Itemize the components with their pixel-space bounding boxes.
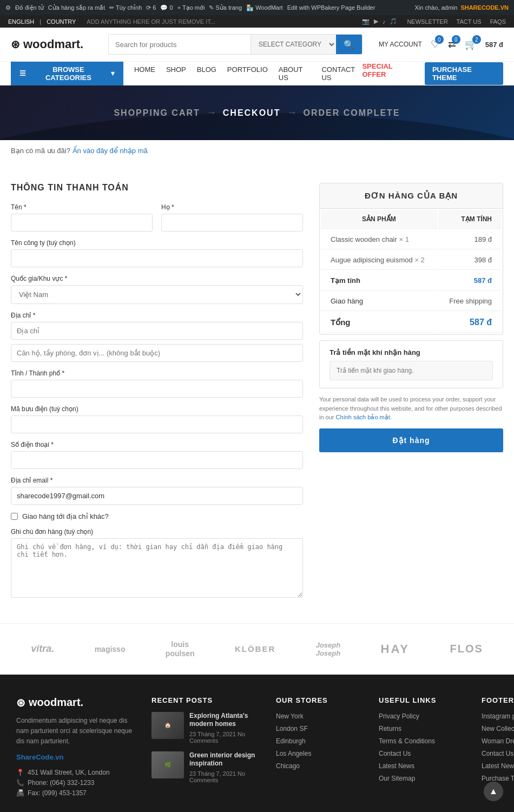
admin-customize[interactable]: ✏ Tùy chỉnh bbox=[109, 4, 142, 11]
purchase-theme-link[interactable]: PURCHASE THEME bbox=[425, 62, 503, 85]
admin-comments[interactable]: 💬 0 bbox=[160, 4, 173, 11]
menu-news[interactable]: Latest News bbox=[482, 762, 514, 770]
coupon-link[interactable]: Ấn vào đây để nhập mã bbox=[73, 147, 148, 155]
nav-contact[interactable]: CONTACT US bbox=[321, 59, 362, 88]
postcode-label: Mã bưu điện (tuỳ chọn) bbox=[11, 405, 303, 413]
search-button[interactable]: 🔍 bbox=[336, 35, 362, 54]
store-london[interactable]: London SF bbox=[276, 725, 308, 732]
ship-different-label[interactable]: Giao hàng tới địa chỉ khác? bbox=[22, 512, 109, 520]
country-selector[interactable]: COUNTRY bbox=[47, 18, 76, 25]
order-notes-label: Ghi chú đơn hàng (tuỳ chọn) bbox=[11, 528, 303, 536]
item1-name: Classic wooden chair × 1 bbox=[321, 230, 437, 249]
arrow-2: → bbox=[287, 107, 296, 118]
address-text: 451 Wall Street, UK, London bbox=[28, 769, 110, 776]
nav-about[interactable]: ABOUT US bbox=[279, 59, 311, 88]
first-name-input[interactable] bbox=[11, 214, 153, 232]
billing-title: THÔNG TIN THANH TOÁN bbox=[11, 183, 303, 193]
search-input[interactable] bbox=[109, 35, 251, 54]
list-item: Contact Us bbox=[379, 749, 465, 757]
compare-count: 0 bbox=[452, 35, 460, 44]
list-item: Latest News bbox=[379, 762, 465, 770]
tiktok-icon[interactable]: ♪ bbox=[383, 18, 386, 25]
youtube-icon[interactable]: ▶ bbox=[374, 18, 378, 25]
admin-edit[interactable]: ✎ Sửa trang bbox=[209, 4, 242, 11]
wishlist-count: 0 bbox=[435, 35, 444, 44]
total-row: Tổng 587 đ bbox=[321, 312, 502, 333]
language-selector[interactable]: ENGLISH bbox=[8, 18, 34, 25]
phone-group: Số điện thoại * bbox=[11, 441, 303, 469]
menu-contact[interactable]: Contact Us bbox=[482, 750, 513, 757]
logo[interactable]: ⊛ woodmart. bbox=[11, 37, 97, 51]
brand-louis: louispoulsen bbox=[166, 640, 195, 658]
menu-instagram[interactable]: Instagram profile bbox=[482, 712, 514, 720]
cart-total: 587 đ bbox=[485, 41, 503, 49]
contact-top-link[interactable]: TACT US bbox=[457, 18, 482, 25]
separator: | bbox=[39, 18, 41, 25]
nav-blog[interactable]: BLOG bbox=[197, 59, 216, 88]
nav-portfolio[interactable]: PORTFOLIO bbox=[227, 59, 268, 88]
post-title-2[interactable]: Green interior design inspiration bbox=[189, 751, 260, 768]
logo-icon: ⊛ bbox=[11, 38, 20, 51]
useful-returns[interactable]: Returns bbox=[379, 725, 401, 732]
list-item: Chicago bbox=[276, 762, 363, 770]
admin-updates[interactable]: ⟳ 6 bbox=[146, 4, 156, 11]
useful-sitemap[interactable]: Our Sitemap bbox=[379, 775, 415, 782]
compare-button[interactable]: ⇄ 0 bbox=[448, 38, 456, 50]
city-input[interactable] bbox=[11, 380, 303, 398]
address2-input[interactable] bbox=[11, 344, 303, 362]
address-input[interactable] bbox=[11, 322, 303, 340]
useful-terms[interactable]: Terms & Conditions bbox=[379, 737, 435, 745]
store-losangeles[interactable]: Los Angeles bbox=[276, 750, 311, 757]
country-select[interactable]: Việt Nam bbox=[11, 285, 303, 304]
browse-categories-button[interactable]: ☰ BROWSE CATEGORIES ▾ bbox=[11, 62, 123, 85]
post-title-1[interactable]: Exploring Atlanta's modern homes bbox=[189, 712, 260, 729]
useful-contact[interactable]: Contact Us bbox=[379, 750, 411, 757]
menu-purchase[interactable]: Purchase Theme bbox=[482, 775, 514, 782]
admin-bar: ⚙ Đồ điện tử Cửa hàng sắp ra mắt ✏ Tùy c… bbox=[0, 0, 514, 15]
my-account-link[interactable]: MY ACCOUNT bbox=[379, 41, 422, 48]
order-notes-textarea[interactable] bbox=[11, 538, 303, 598]
phone-input[interactable] bbox=[11, 451, 303, 469]
privacy-link[interactable]: Chính sách bảo mật. bbox=[336, 414, 392, 420]
useful-privacy[interactable]: Privacy Policy bbox=[379, 712, 419, 720]
menu-dress[interactable]: Woman Dress bbox=[482, 737, 514, 745]
social-icon-4[interactable]: 🎵 bbox=[390, 18, 397, 25]
list-item: Returns bbox=[379, 724, 465, 732]
post-thumb-icon: 🏠 bbox=[164, 722, 171, 728]
admin-wpbakery[interactable]: Edit with WPBakery Page Builder bbox=[287, 4, 375, 11]
email-label: Địa chỉ email * bbox=[11, 477, 303, 484]
company-input[interactable] bbox=[11, 249, 303, 267]
email-input[interactable] bbox=[11, 487, 303, 505]
nav-shop[interactable]: SHOP bbox=[166, 59, 186, 88]
postcode-input[interactable] bbox=[11, 415, 303, 433]
store-newyork[interactable]: New York bbox=[276, 712, 304, 720]
phone-icon: 📞 bbox=[16, 779, 24, 787]
fax-icon: 📠 bbox=[16, 789, 24, 797]
nav-home[interactable]: HOME bbox=[134, 59, 155, 88]
cart-button[interactable]: 🛒 2 bbox=[465, 38, 477, 50]
faqs-link[interactable]: FAQS bbox=[490, 18, 506, 25]
order-summary: ĐƠN HÀNG CỦA BẠN SẢN PHẨM TẠM TÍNH Class… bbox=[319, 183, 503, 607]
admin-new[interactable]: + Tạo mới bbox=[177, 4, 205, 11]
main-content: THÔNG TIN THANH TOÁN Tên * Họ * Tên công… bbox=[0, 167, 514, 623]
store-chicago[interactable]: Chicago bbox=[276, 762, 300, 770]
category-select[interactable]: SELECT CATEGORY bbox=[251, 35, 336, 54]
scroll-top-button[interactable]: ▲ bbox=[484, 782, 503, 801]
wishlist-button[interactable]: ♡ 0 bbox=[431, 38, 439, 50]
admin-wp-icon: ⚙ bbox=[5, 4, 11, 11]
useful-col-title: USEFUL LINKS bbox=[379, 696, 465, 704]
menu-collection[interactable]: New Collection bbox=[482, 725, 514, 732]
special-offer-link[interactable]: SPECIAL OFFER bbox=[362, 62, 416, 85]
admin-woodmart[interactable]: 🏪 WoodMart bbox=[246, 4, 283, 11]
footer-logo: ⊛ woodmart. bbox=[16, 696, 135, 709]
footer-fax: 📠 Fax: (099) 453-1357 bbox=[16, 789, 135, 797]
newsletter-link[interactable]: NEWSLETTER bbox=[407, 18, 447, 25]
last-name-input[interactable] bbox=[161, 214, 303, 232]
ship-different-checkbox[interactable] bbox=[11, 513, 18, 520]
phone-text: Phone: (064) 332-1233 bbox=[28, 779, 94, 787]
instagram-icon[interactable]: 📷 bbox=[362, 18, 370, 25]
store-edinburgh[interactable]: Edinburgh bbox=[276, 737, 306, 745]
useful-news[interactable]: Latest News bbox=[379, 762, 414, 770]
useful-list: Privacy Policy Returns Terms & Condition… bbox=[379, 712, 465, 782]
place-order-button[interactable]: Đặt hàng bbox=[319, 428, 503, 452]
